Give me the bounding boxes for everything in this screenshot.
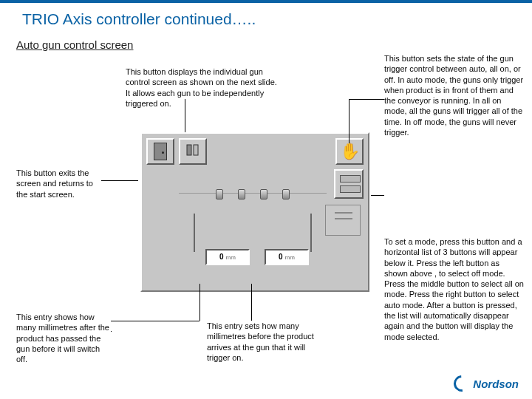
mode-list-preview bbox=[325, 205, 361, 236]
individual-gun-button[interactable] bbox=[179, 138, 207, 165]
entry-unit: mm bbox=[285, 254, 295, 261]
annotation-mode-set: To set a mode, press this button and a h… bbox=[384, 236, 525, 342]
spray-diagram bbox=[179, 193, 327, 252]
entry-on-mm[interactable]: 0mm bbox=[265, 249, 309, 265]
section-subtitle: Auto gun control screen bbox=[16, 38, 532, 51]
entry-on-value: 0 bbox=[279, 253, 283, 261]
hand-icon: ✋ bbox=[340, 143, 360, 160]
annotation-entry-on: This entry sets how many millimetres bef… bbox=[207, 321, 325, 363]
entry-off-value: 0 bbox=[219, 253, 224, 261]
entry-unit: mm bbox=[226, 254, 236, 261]
brand-logo: Nordson bbox=[454, 375, 519, 392]
annotation-trigger-mode: This button sets the state of the gun tr… bbox=[384, 53, 525, 137]
gun-icon bbox=[184, 143, 202, 160]
page-title: TRIO Axis controller continued….. bbox=[22, 10, 532, 28]
svg-rect-0 bbox=[187, 145, 191, 155]
brand-name: Nordson bbox=[473, 378, 519, 390]
svg-rect-1 bbox=[194, 145, 198, 155]
swoosh-icon bbox=[451, 372, 474, 395]
annotation-entry-off: This entry shows how many millimetres af… bbox=[16, 312, 112, 364]
mode-marker-button[interactable] bbox=[334, 169, 364, 199]
annotation-individual-gun: This button displays the individual gun … bbox=[126, 66, 281, 109]
door-icon bbox=[154, 143, 167, 160]
trigger-mode-button[interactable]: ✋ bbox=[335, 138, 364, 165]
annotation-exit: This button exits the screen and returns… bbox=[16, 168, 101, 200]
exit-button[interactable] bbox=[146, 138, 174, 165]
marker-icon bbox=[340, 185, 361, 193]
entry-off-mm[interactable]: 0mm bbox=[205, 249, 250, 265]
marker-icon bbox=[340, 175, 361, 183]
hmi-panel: ✋ 0mm 0mm bbox=[140, 132, 369, 292]
